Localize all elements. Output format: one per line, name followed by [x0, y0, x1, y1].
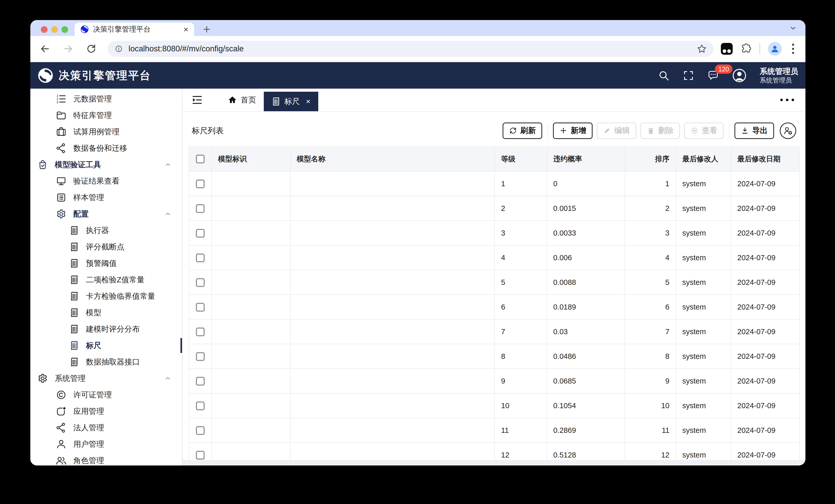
- eye-button[interactable]: 查看: [684, 123, 724, 139]
- sidebar-item-receipt[interactable]: 预警阈值: [30, 255, 182, 272]
- button-label: 查看: [702, 125, 717, 136]
- browser-menu-icon[interactable]: [790, 43, 797, 55]
- row-checkbox[interactable]: [196, 229, 205, 238]
- row-checkbox[interactable]: [196, 328, 205, 336]
- tab-close-icon[interactable]: [183, 25, 188, 34]
- sidebar-item-list[interactable]: 样本管理: [30, 189, 182, 206]
- trash-button[interactable]: 删除: [640, 123, 680, 139]
- sidebar-item-bag-check[interactable]: 模型验证工具: [30, 156, 182, 173]
- sidebar-item-receipt[interactable]: 二项检验Z值常量: [30, 272, 182, 288]
- download-button[interactable]: 导出: [734, 123, 774, 139]
- user-info[interactable]: 系统管理员 系统管理员: [760, 66, 798, 84]
- table-cell: 8: [625, 344, 676, 369]
- table-cell: 0.0033: [547, 220, 625, 245]
- select-all-checkbox[interactable]: [196, 155, 205, 163]
- minimize-window-button[interactable]: [51, 26, 58, 33]
- row-checkbox[interactable]: [196, 352, 205, 361]
- tab-search-chevron-icon[interactable]: [789, 24, 798, 33]
- sidebar-item-share[interactable]: 法人管理: [30, 419, 182, 436]
- sidebar-item-gear[interactable]: 系统管理: [30, 370, 182, 386]
- tab-scale-active[interactable]: 标尺: [264, 92, 318, 111]
- pencil-icon: [603, 127, 611, 134]
- sidebar-item-monitor[interactable]: 验证结果查看: [30, 173, 182, 189]
- sidebar-item-receipt[interactable]: 卡方检验临界值常量: [30, 288, 182, 304]
- table-cell: 8: [495, 344, 547, 369]
- forward-icon[interactable]: [62, 43, 74, 55]
- zoom-window-button[interactable]: [61, 26, 68, 33]
- column-header: 最后修改日期: [731, 147, 799, 171]
- sidebar-item-copyright[interactable]: 许可证管理: [30, 386, 182, 403]
- messages-button[interactable]: 120: [707, 70, 719, 81]
- sidebar-item-share[interactable]: 数据备份和迁移: [30, 140, 182, 156]
- table-cell: [290, 295, 495, 319]
- search-icon[interactable]: [658, 70, 670, 81]
- bookmark-star-icon[interactable]: [697, 44, 707, 54]
- row-checkbox[interactable]: [196, 254, 205, 262]
- browser-tab[interactable]: 决策引擎管理平台: [75, 23, 194, 36]
- refresh-button[interactable]: 刷新: [503, 123, 542, 139]
- tab-options-icon[interactable]: [769, 96, 806, 104]
- row-checkbox[interactable]: [196, 303, 205, 312]
- fullscreen-icon[interactable]: [683, 70, 694, 81]
- button-label: 新增: [571, 125, 586, 136]
- row-select-cell: [189, 245, 211, 270]
- sidebar-item-gear[interactable]: 配置: [30, 206, 182, 222]
- new-tab-button[interactable]: [200, 23, 213, 36]
- column-header: 模型标识: [211, 147, 290, 171]
- sidebar-item-label: 样本管理: [73, 192, 104, 203]
- table-cell: 5: [625, 270, 676, 295]
- dark-extension-icon[interactable]: [721, 43, 733, 55]
- user-avatar[interactable]: [732, 68, 747, 83]
- reload-icon[interactable]: [85, 43, 97, 55]
- browser-profile-avatar[interactable]: [768, 42, 782, 56]
- table-cell: 0.0015: [547, 196, 625, 220]
- table-cell: system: [676, 196, 731, 220]
- table-cell: [211, 171, 290, 196]
- tab-home[interactable]: 首页: [220, 89, 264, 111]
- sidebar-item-receipt[interactable]: 数据抽取器接口: [30, 354, 182, 370]
- table-row: 20.00152system2024-07-09: [189, 196, 799, 220]
- table-cell: [211, 270, 290, 295]
- row-checkbox[interactable]: [196, 278, 205, 287]
- row-checkbox[interactable]: [196, 451, 205, 460]
- sidebar-item-app[interactable]: 应用管理: [30, 403, 182, 419]
- sidebar-item-receipt[interactable]: 执行器: [30, 222, 182, 239]
- home-icon: [228, 95, 237, 105]
- sidebar-item-label: 试算用例管理: [73, 127, 120, 137]
- table-cell: 2024-07-09: [731, 319, 799, 344]
- sidebar-item-label: 模型验证工具: [55, 160, 101, 170]
- pencil-button[interactable]: 编辑: [597, 123, 636, 139]
- extensions-puzzle-icon[interactable]: [740, 43, 752, 55]
- sidebar-item-receipt[interactable]: 模型: [30, 304, 182, 321]
- plus-button[interactable]: 新增: [553, 123, 593, 139]
- sidebar-item-receipt[interactable]: 标尺: [30, 337, 182, 354]
- eye-icon: [691, 127, 698, 134]
- sidebar-item-numbered-list[interactable]: 123元数据管理: [30, 91, 182, 107]
- table-cell: [290, 344, 495, 369]
- sidebar-item-users[interactable]: 角色管理: [30, 453, 182, 465]
- sidebar-item-label: 元数据管理: [73, 94, 112, 104]
- address-bar[interactable]: localhost:8080/#/mv/config/scale: [107, 41, 714, 57]
- collapse-sidebar-icon[interactable]: [191, 94, 203, 106]
- sidebar-item-folder[interactable]: 特征库管理: [30, 107, 182, 124]
- browser-toolbar: localhost:8080/#/mv/config/scale: [30, 36, 806, 62]
- table-cell: 4: [625, 245, 676, 270]
- sidebar-item-user[interactable]: 用户管理: [30, 436, 182, 453]
- row-select-cell: [189, 319, 211, 344]
- site-info-icon[interactable]: [114, 44, 123, 54]
- svg-text:3: 3: [57, 101, 58, 104]
- column-settings-button[interactable]: [780, 123, 796, 139]
- sidebar-item-receipt[interactable]: 评分截断点: [30, 239, 182, 255]
- back-icon[interactable]: [39, 43, 51, 55]
- close-window-button[interactable]: [41, 26, 47, 33]
- row-checkbox[interactable]: [196, 377, 205, 385]
- sidebar-item-briefcase[interactable]: 试算用例管理: [30, 124, 182, 140]
- sidebar-item-receipt[interactable]: 建模时评分分布: [30, 321, 182, 337]
- row-checkbox[interactable]: [196, 401, 205, 410]
- button-label: 删除: [658, 125, 674, 136]
- row-checkbox[interactable]: [196, 180, 205, 188]
- row-checkbox[interactable]: [196, 426, 205, 435]
- row-checkbox[interactable]: [196, 204, 205, 213]
- url-text[interactable]: localhost:8080/#/mv/config/scale: [128, 44, 692, 54]
- tab-close-icon[interactable]: [306, 97, 310, 106]
